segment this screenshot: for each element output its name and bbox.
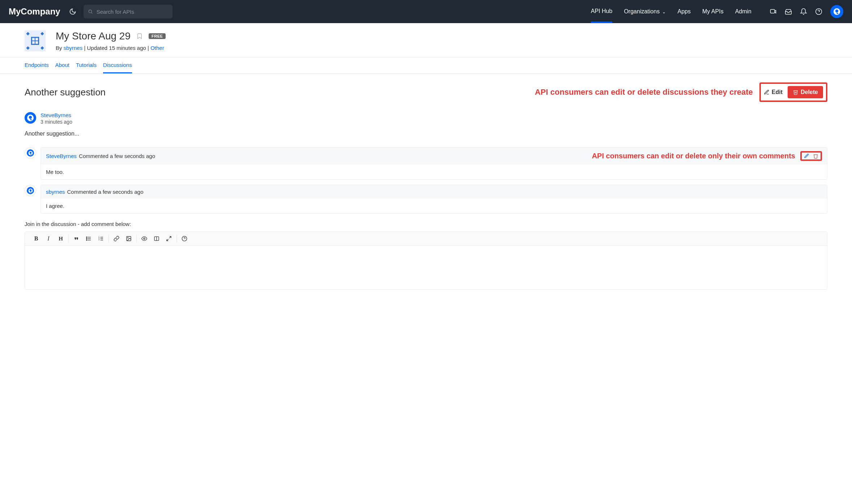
api-author-link[interactable]: sbyrnes [64, 45, 83, 51]
post-time: 3 minutes ago [41, 119, 72, 125]
bold-icon[interactable]: B [33, 235, 39, 242]
post-body: Another suggestion... [25, 131, 827, 137]
tab-discussions[interactable]: Discussions [103, 62, 132, 73]
nav-icons [770, 8, 822, 15]
editor-toolbar: B I H 123 [25, 232, 827, 246]
tab-about[interactable]: About [55, 62, 69, 73]
ol-icon[interactable]: 123 [98, 235, 104, 242]
brand-logo[interactable]: MyCompany [9, 7, 60, 17]
annotation-discussion: API consumers can edit or delete discuss… [535, 87, 753, 97]
inbox-icon[interactable] [785, 8, 792, 15]
api-meta: By sbyrnes | Updated 15 minutes ago | Ot… [56, 45, 166, 51]
discussion-post: SteveByrnes 3 minutes ago [25, 112, 827, 125]
edit-button[interactable]: Edit [764, 89, 783, 95]
svg-text:3: 3 [98, 239, 99, 241]
discussion-header: Another suggestion API consumers can edi… [25, 82, 827, 102]
image-icon[interactable] [125, 235, 132, 242]
avatar-icon [28, 188, 33, 193]
message-icon[interactable] [770, 8, 777, 15]
nav-apps[interactable]: Apps [677, 8, 690, 22]
bell-icon[interactable] [800, 8, 807, 15]
heading-icon[interactable]: H [57, 235, 64, 242]
top-nav: MyCompany API Hub Organizations ⌄ Apps M… [0, 0, 852, 23]
preview-icon[interactable] [141, 235, 148, 242]
chevron-down-icon: ⌄ [661, 9, 666, 14]
svg-point-20 [29, 189, 31, 191]
by-label: By [56, 45, 64, 51]
api-logo [25, 30, 46, 51]
comment-avatar [25, 185, 36, 196]
join-prompt: Join in the discussion - add comment bel… [25, 221, 827, 227]
svg-point-34 [128, 238, 128, 238]
svg-point-18 [29, 151, 31, 153]
api-category-link[interactable]: Other [150, 45, 164, 51]
comment-body: Me too. [41, 165, 827, 179]
svg-point-35 [144, 238, 145, 239]
edit-label: Edit [772, 89, 783, 95]
discussion-title: Another suggestion [25, 87, 106, 98]
comment-editor: B I H 123 [25, 231, 827, 290]
nav-api-hub[interactable]: API Hub [591, 8, 613, 23]
avatar-icon [833, 8, 840, 15]
help-icon[interactable] [815, 8, 822, 15]
comment-author[interactable]: sbyrnes [46, 189, 65, 195]
annotation-comment: API consumers can edit or delete only th… [592, 152, 795, 160]
editor-textarea[interactable] [25, 246, 827, 289]
comment-author[interactable]: SteveByrnes [46, 153, 77, 159]
comment-meta: Commented a few seconds ago [67, 189, 144, 195]
svg-point-26 [86, 240, 87, 240]
fullscreen-icon[interactable] [166, 235, 172, 242]
comment-edit-icon[interactable] [804, 153, 809, 159]
svg-point-6 [835, 9, 838, 12]
comment-row: sbyrnes Commented a few seconds ago I ag… [25, 185, 827, 214]
tab-endpoints[interactable]: Endpoints [25, 62, 49, 73]
comment-delete-icon[interactable] [813, 153, 818, 159]
delete-label: Delete [801, 89, 818, 95]
delete-button[interactable]: Delete [788, 86, 823, 98]
theme-toggle-icon[interactable] [69, 8, 76, 15]
bookmark-icon[interactable] [136, 32, 143, 40]
svg-line-1 [91, 13, 92, 14]
api-header: My Store Aug 29 FREE By sbyrnes | Update… [0, 23, 852, 57]
link-icon[interactable] [113, 235, 120, 242]
post-author[interactable]: SteveByrnes [41, 112, 72, 118]
comment-card: SteveByrnes Commented a few seconds ago … [41, 147, 827, 180]
svg-point-24 [86, 237, 87, 238]
comment-avatar [25, 147, 36, 159]
nav-organizations[interactable]: Organizations ⌄ [624, 8, 666, 22]
comment-card: sbyrnes Commented a few seconds ago I ag… [41, 185, 827, 214]
search-input[interactable] [84, 5, 172, 18]
post-avatar [25, 112, 36, 124]
quote-icon[interactable] [73, 235, 80, 242]
nav-admin[interactable]: Admin [735, 8, 751, 22]
ul-icon[interactable] [85, 235, 92, 242]
discussion-actions-highlight: Edit Delete [759, 82, 827, 102]
svg-point-25 [86, 238, 87, 239]
svg-rect-2 [771, 9, 775, 13]
nav-my-apis[interactable]: My APIs [702, 8, 724, 22]
comment-header: sbyrnes Commented a few seconds ago [41, 185, 827, 198]
comment-body: I agree. [41, 198, 827, 213]
nav-links: API Hub Organizations ⌄ Apps My APIs Adm… [591, 8, 751, 16]
updated-label: | Updated 15 minutes ago | [82, 45, 150, 51]
search-icon [88, 9, 93, 14]
user-avatar[interactable] [830, 5, 843, 18]
italic-icon[interactable]: I [45, 235, 52, 242]
svg-point-3 [816, 9, 822, 15]
comment-row: SteveByrnes Commented a few seconds ago … [25, 147, 827, 180]
badge-free: FREE [149, 33, 166, 39]
nav-organizations-label: Organizations [624, 8, 660, 14]
tab-tutorials[interactable]: Tutorials [76, 62, 97, 73]
svg-line-39 [167, 239, 169, 241]
pencil-icon [764, 89, 770, 95]
api-tabs: Endpoints About Tutorials Discussions [0, 57, 852, 74]
svg-line-38 [169, 236, 171, 238]
split-icon[interactable] [153, 235, 160, 242]
svg-point-0 [89, 10, 91, 13]
comment-actions-highlight [800, 151, 822, 161]
comment-header: SteveByrnes Commented a few seconds ago … [41, 148, 827, 165]
trash-icon [793, 89, 798, 95]
comment-meta: Commented a few seconds ago [79, 153, 155, 159]
api-title: My Store Aug 29 [56, 30, 131, 42]
editor-help-icon[interactable] [181, 235, 188, 242]
